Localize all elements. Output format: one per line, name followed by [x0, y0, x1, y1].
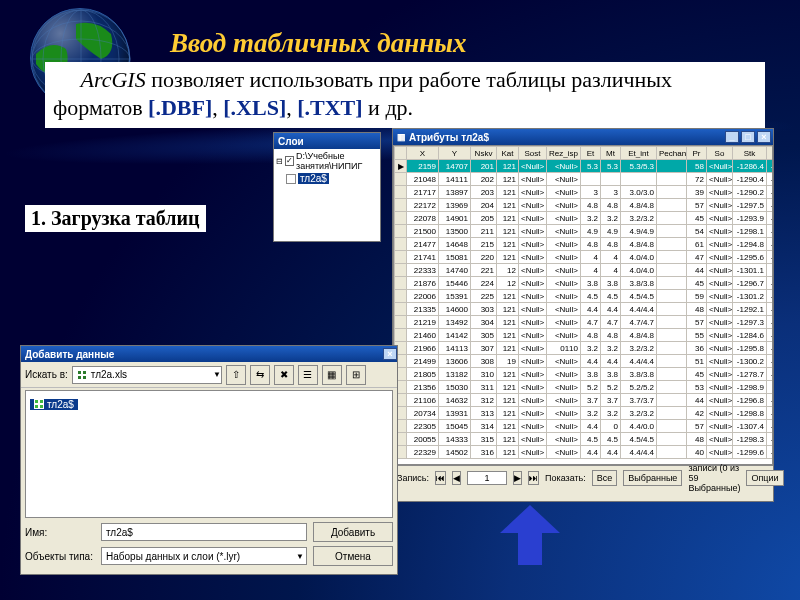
- table-icon: [286, 174, 296, 184]
- attribute-window: ▦ Атрибуты тл2a$ _ □ × XYNskvKatSostRez_…: [392, 128, 774, 502]
- table-icon: [34, 399, 44, 409]
- type-combo[interactable]: Наборы данных и слои (*.lyr) ▼: [101, 547, 307, 565]
- table-row[interactable]: 2146014142305121<Null><Null>4.84.84.8/4.…: [395, 329, 774, 342]
- toc-panel: Слои ⊟ ✓ D:\Учебные занятия\НИПИГ тл2a$: [273, 132, 381, 242]
- column-header[interactable]: So: [707, 147, 733, 160]
- body-text: ArcGIS позволяет использовать при работе…: [45, 62, 765, 128]
- details-view-button[interactable]: ▦: [322, 365, 342, 385]
- column-header[interactable]: Et_int: [621, 147, 657, 160]
- chevron-down-icon: ▼: [213, 370, 221, 379]
- nav-prev-icon[interactable]: ◀: [452, 471, 461, 485]
- nav-first-icon[interactable]: ⏮: [435, 471, 446, 485]
- table-row[interactable]: 2121913492304121<Null><Null>4.74.74.7/4.…: [395, 316, 774, 329]
- list-view-button[interactable]: ☰: [298, 365, 318, 385]
- table-row[interactable]: 2174115081220121<Null><Null>444.0/4.047<…: [395, 251, 774, 264]
- record-count: записи (0 из 59 Выбранные): [688, 463, 740, 493]
- show-selected-button[interactable]: Выбранные: [623, 470, 682, 486]
- attr-title: Атрибуты тл2a$: [409, 132, 489, 143]
- table-row[interactable]: 223331474022112<Null><Null>444.0/4.044<N…: [395, 264, 774, 277]
- table-row[interactable]: 2196614113307121<Null>01103.23.23.2/3.23…: [395, 342, 774, 355]
- arrow-icon: [500, 505, 560, 565]
- table-row[interactable]: ▶215914707201121<Null><Null>5.35.35.3/5.…: [395, 160, 774, 173]
- column-header[interactable]: Sost: [519, 147, 547, 160]
- table-row[interactable]: 2230515045314121<Null><Null>4.404.4/0.05…: [395, 420, 774, 433]
- column-header[interactable]: Pr: [687, 147, 707, 160]
- connect-button[interactable]: ⇆: [250, 365, 270, 385]
- name-input[interactable]: [101, 523, 307, 541]
- add-button[interactable]: Добавить: [313, 522, 393, 542]
- close-icon[interactable]: ×: [383, 348, 397, 360]
- up-folder-button[interactable]: ⇧: [226, 365, 246, 385]
- nav-next-icon[interactable]: ▶: [513, 471, 522, 485]
- table-row[interactable]: 2133514600303121<Null><Null>4.44.44.4/4.…: [395, 303, 774, 316]
- close-icon[interactable]: ×: [757, 131, 771, 143]
- lookin-label: Искать в:: [25, 369, 68, 380]
- column-header[interactable]: [395, 147, 407, 160]
- thumbnails-button[interactable]: ⊞: [346, 365, 366, 385]
- column-header[interactable]: Et: [581, 147, 601, 160]
- column-header[interactable]: Kat: [497, 147, 519, 160]
- slide-title: Ввод табличных данных: [170, 28, 466, 59]
- table-icon: ▦: [397, 132, 406, 142]
- cancel-button[interactable]: Отмена: [313, 546, 393, 566]
- record-input[interactable]: [467, 471, 507, 485]
- attribute-grid[interactable]: XYNskvKatSostRez_ispEtMtEt_intPechanPrSo…: [393, 145, 773, 465]
- table-row[interactable]: 2110614632312121<Null><Null>3.73.73.7/3.…: [395, 394, 774, 407]
- toc-path: D:\Учебные занятия\НИПИГ: [296, 151, 378, 171]
- table-row[interactable]: 2147714648215121<Null><Null>4.84.84.8/4.…: [395, 238, 774, 251]
- dialog-title: Добавить данные: [25, 349, 114, 360]
- table-row[interactable]: 214991360630819<Null><Null>4.44.44.4/4.4…: [395, 355, 774, 368]
- table-row[interactable]: 2180513182310121<Null><Null>3.83.83.8/3.…: [395, 368, 774, 381]
- step-label: 1. Загрузка таблиц: [25, 205, 206, 232]
- column-header[interactable]: Stk: [733, 147, 767, 160]
- column-header[interactable]: Rez_isp: [547, 147, 581, 160]
- disconnect-button[interactable]: ✖: [274, 365, 294, 385]
- list-item[interactable]: тл2a$: [30, 399, 78, 410]
- table-row[interactable]: 2104814111202121<Null><Null>72<Null>-129…: [395, 173, 774, 186]
- column-header[interactable]: Stp: [767, 147, 774, 160]
- table-row[interactable]: 2217213969204121<Null><Null>4.84.84.8/4.…: [395, 199, 774, 212]
- toc-title: Слои: [274, 133, 380, 149]
- type-label: Объекты типа:: [25, 551, 95, 562]
- toc-layer[interactable]: тл2a$: [298, 173, 329, 184]
- add-data-dialog: Добавить данные × Искать в: тл2a.xls ▼ ⇧…: [20, 345, 398, 575]
- column-header[interactable]: Y: [439, 147, 471, 160]
- options-button[interactable]: Опции: [746, 470, 783, 486]
- minimize-icon[interactable]: _: [725, 131, 739, 143]
- checkbox-icon[interactable]: ✓: [285, 156, 294, 166]
- table-row[interactable]: 2232914502316121<Null><Null>4.44.44.4/4.…: [395, 446, 774, 459]
- column-header[interactable]: Pechan: [657, 147, 687, 160]
- column-header[interactable]: Nskv: [471, 147, 497, 160]
- table-row[interactable]: 2135615030311121<Null><Null>5.25.25.2/5.…: [395, 381, 774, 394]
- lookin-combo[interactable]: тл2a.xls ▼: [72, 366, 222, 384]
- table-row[interactable]: 2207814901205121<Null><Null>3.23.23.2/3.…: [395, 212, 774, 225]
- table-row[interactable]: 2171713897203121<Null><Null>333.0/3.039<…: [395, 186, 774, 199]
- table-row[interactable]: 2200615391225121<Null><Null>4.54.54.5/4.…: [395, 290, 774, 303]
- chevron-down-icon: ▼: [296, 552, 306, 561]
- table-row[interactable]: 2005514333315121<Null><Null>4.54.54.5/4.…: [395, 433, 774, 446]
- table-row[interactable]: 2150013500211121<Null><Null>4.94.94.9/4.…: [395, 225, 774, 238]
- table-row[interactable]: 218761544622412<Null><Null>3.83.83.8/3.8…: [395, 277, 774, 290]
- xls-icon: [77, 370, 87, 380]
- record-label: Запись:: [397, 473, 429, 483]
- column-header[interactable]: Mt: [601, 147, 621, 160]
- show-all-button[interactable]: Все: [592, 470, 618, 486]
- nav-last-icon[interactable]: ⏭: [528, 471, 539, 485]
- name-label: Имя:: [25, 527, 95, 538]
- file-list[interactable]: тл2a$: [25, 390, 393, 518]
- show-label: Показать:: [545, 473, 586, 483]
- maximize-icon[interactable]: □: [741, 131, 755, 143]
- column-header[interactable]: X: [407, 147, 439, 160]
- table-row[interactable]: 2073413931313121<Null><Null>3.23.23.2/3.…: [395, 407, 774, 420]
